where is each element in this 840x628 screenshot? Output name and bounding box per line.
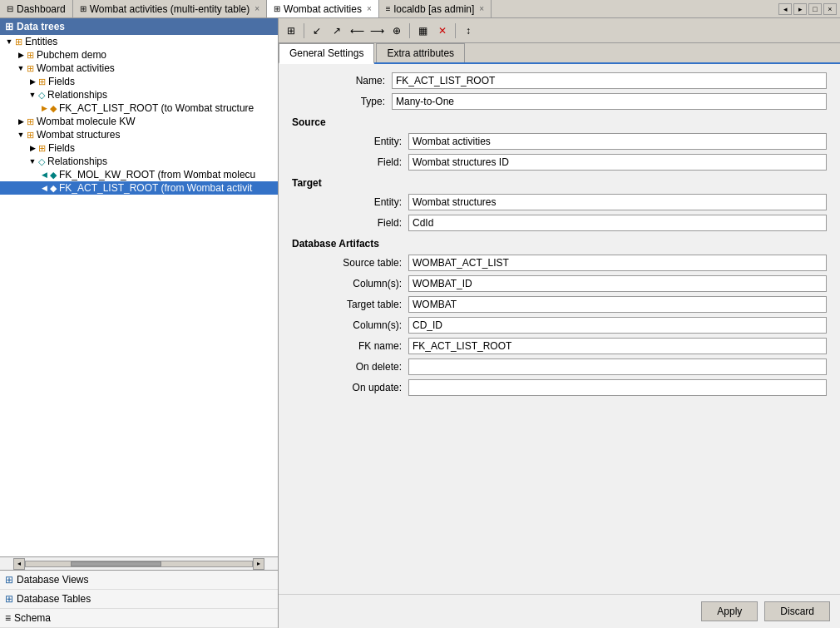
tab-multi-entity-close[interactable]: × [254,4,259,13]
dashboard-tab-icon: ⊟ [7,4,13,13]
tree-item-fk-act-list[interactable]: ▶ ◆ FK_ACT_LIST_ROOT (to Wombat structur… [0,101,278,115]
name-input[interactable] [392,72,827,89]
tree-expander-entities[interactable]: ▼ [3,37,15,46]
hscroll-left[interactable]: ◂ [13,558,25,570]
form-row-name: Name: [292,72,827,89]
hscroll-bar[interactable]: ◂ ▸ [0,556,278,570]
target-entity-label: Entity: [309,196,408,208]
type-input[interactable] [392,93,827,110]
tab-general-settings[interactable]: General Settings [279,43,374,64]
form-row-target-entity: Entity: [309,194,827,210]
fk-name-input[interactable] [408,338,827,354]
nav-db-views[interactable]: ⊞ Database Views [0,571,278,590]
fields1-icon: ⊞ [38,77,46,87]
hscroll-right[interactable]: ▸ [253,558,264,570]
source-entity-input[interactable] [408,133,827,150]
tree-expander-fk-mol-kw[interactable]: ◀ [38,171,50,179]
nav-db-tables[interactable]: ⊞ Database Tables [0,590,278,609]
type-label: Type: [292,96,392,107]
source-subsection: Entity: Field: [309,133,827,171]
schema-label: Schema [14,612,51,624]
target-subsection: Entity: Field: [309,194,827,231]
tree-item-pubchem[interactable]: ▶ ⊞ Pubchem demo [0,48,278,62]
tree-expander-fields1[interactable]: ▶ [27,77,38,86]
relationships2-label: Relationships [47,156,107,167]
on-update-label: On update: [309,382,408,393]
tree-expander-relationships1[interactable]: ▼ [27,91,38,99]
win-restore-btn[interactable]: □ [808,3,822,15]
entities-label: Entities [25,36,57,47]
toolbar-grid-btn[interactable]: ⊞ [282,22,300,40]
tree-expander-pubchem[interactable]: ▶ [15,51,27,59]
tab-multi-entity[interactable]: ⊞ Wombat activities (multi-entity table)… [73,0,267,17]
target-columns-input[interactable] [408,317,827,334]
toolbar-btn5[interactable]: ⊕ [388,22,406,40]
on-delete-input[interactable] [408,359,827,375]
bottom-buttons: Apply Discard [279,594,840,628]
discard-button[interactable]: Discard [764,601,830,621]
tree-item-wombat-act[interactable]: ▼ ⊞ Wombat activities [0,62,278,75]
toolbar-btn7[interactable]: ✕ [433,22,452,40]
hscroll-thumb[interactable] [71,561,161,566]
tab-wombat-activities-close[interactable]: × [367,4,372,13]
hscroll-track[interactable] [25,561,253,567]
wombat-act-label: Wombat activities [37,62,115,74]
tab-bar: ⊟ Dashboard ⊞ Wombat activities (multi-e… [0,0,840,18]
tree-item-wombat-struct[interactable]: ▼ ⊞ Wombat structures [0,128,278,141]
toolbar-sep1 [304,23,304,38]
relationships1-label: Relationships [47,89,107,101]
tree-scroll[interactable]: ▼ ⊞ Entities ▶ ⊞ Pubchem demo ▼ ⊞ Wombat… [0,35,278,556]
fk-act-list-icon: ◆ [50,103,57,114]
right-panel: ⊞ ↙ ↗ ⟵ ⟶ ⊕ ▦ ✕ ↕ General Settings Extra… [279,18,840,628]
form-row-on-delete: On delete: [309,359,827,375]
tab-wombat-activities[interactable]: ⊞ Wombat activities × [267,0,379,17]
target-table-input[interactable] [408,296,827,313]
tree-expander-fk-act-list2[interactable]: ◀ [38,184,50,192]
fk-mol-kw-label: FK_MOL_KW_ROOT (from Wombat molecu [59,169,255,180]
tree-item-fields1[interactable]: ▶ ⊞ Fields [0,75,278,88]
tab-dashboard-label: Dashboard [17,3,66,15]
win-maximize-btn[interactable]: ▸ [793,3,807,15]
content-tabs: General Settings Extra attributes [279,43,840,64]
tree-expander-relationships2[interactable]: ▼ [27,157,38,166]
toolbar-btn6[interactable]: ▦ [413,22,432,40]
fields1-label: Fields [48,76,75,87]
tree-item-entities[interactable]: ▼ ⊞ Entities [0,35,278,48]
target-entity-input[interactable] [408,194,827,210]
main-area: ⊞ Data trees ▼ ⊞ Entities ▶ ⊞ Pubchem de… [0,18,840,628]
source-field-label: Field: [309,156,408,168]
toolbar-btn3[interactable]: ⟵ [348,22,366,40]
nav-schema[interactable]: ≡ Schema [0,609,278,628]
tree-expander-wombat-act[interactable]: ▼ [15,64,27,72]
tree-item-fk-act-list2[interactable]: ◀ ◆ FK_ACT_LIST_ROOT (from Wombat activi… [0,181,278,195]
win-minimize-btn[interactable]: ◂ [778,3,792,15]
source-columns-input[interactable] [408,275,827,292]
toolbar-btn1[interactable]: ↙ [308,22,326,40]
source-field-input[interactable] [408,154,827,171]
tree-item-fk-mol-kw[interactable]: ◀ ◆ FK_MOL_KW_ROOT (from Wombat molecu [0,168,278,181]
tree-expander-wombat-struct[interactable]: ▼ [15,131,27,139]
tab-extra-attributes[interactable]: Extra attributes [376,43,465,62]
multi-entity-tab-icon: ⊞ [80,4,86,13]
tree-item-relationships2[interactable]: ▼ ◇ Relationships [0,155,278,168]
toolbar-btn2[interactable]: ↗ [328,22,346,40]
tree-expander-fk-act-list[interactable]: ▶ [38,104,50,112]
source-columns-label: Column(s): [309,278,408,289]
tree-expander-fields2[interactable]: ▶ [27,144,38,152]
target-field-input[interactable] [408,215,827,231]
tree-item-wombat-mol[interactable]: ▶ ⊞ Wombat molecule KW [0,115,278,128]
toolbar-btn4[interactable]: ⟶ [368,22,386,40]
tab-localdb-close[interactable]: × [479,4,484,13]
tree-expander-wombat-mol[interactable]: ▶ [15,117,27,126]
toolbar-btn8[interactable]: ↕ [459,22,477,40]
tab-localdb[interactable]: ≡ localdb [as admin] × [379,0,492,17]
win-close-btn[interactable]: × [823,3,837,15]
fk-name-label: FK name: [309,340,408,352]
db-tables-icon: ⊞ [5,593,13,605]
on-update-input[interactable] [408,379,827,396]
apply-button[interactable]: Apply [701,601,758,621]
tree-item-relationships1[interactable]: ▼ ◇ Relationships [0,88,278,101]
source-table-input[interactable] [408,255,827,271]
tree-item-fields2[interactable]: ▶ ⊞ Fields [0,141,278,155]
tab-dashboard[interactable]: ⊟ Dashboard [0,0,73,17]
